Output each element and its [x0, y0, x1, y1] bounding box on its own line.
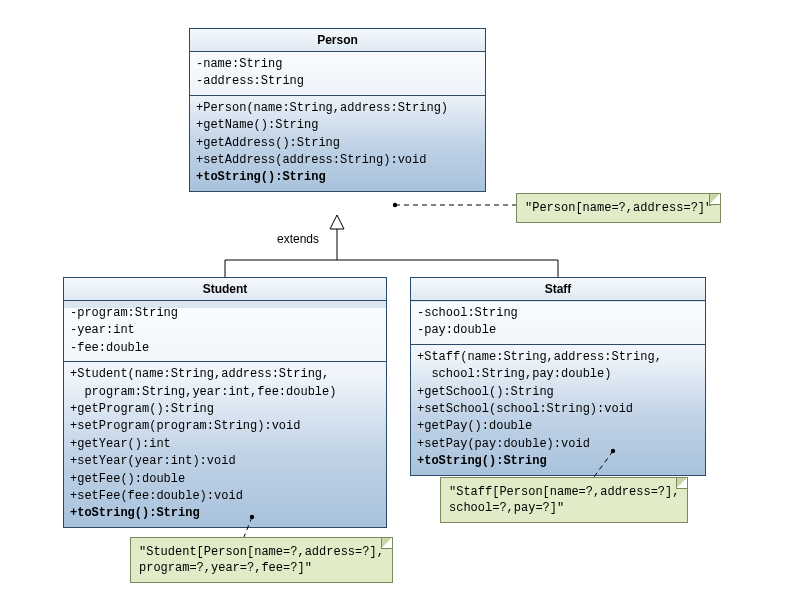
- attr-address: -address:String: [196, 73, 479, 90]
- op-setpay: +setPay(pay:double):void: [417, 436, 699, 453]
- note-person-tostring: "Person[name=?,address=?]": [516, 193, 721, 223]
- op-setyear: +setYear(year:int):void: [70, 453, 380, 470]
- op-constructor-l2: school:String,pay:double): [417, 366, 699, 383]
- op-tostring: +toString():String: [417, 453, 699, 470]
- attr-fee: -fee:double: [70, 340, 380, 357]
- op-getyear: +getYear():int: [70, 436, 380, 453]
- class-staff: Staff -school:String -pay:double +Staff(…: [410, 277, 706, 476]
- class-person: Person -name:String -address:String +Per…: [189, 28, 486, 192]
- attr-school: -school:String: [417, 305, 699, 322]
- attributes-staff: -school:String -pay:double: [411, 301, 705, 345]
- op-getname: +getName():String: [196, 117, 479, 134]
- anchor-dot-icon: [393, 203, 397, 207]
- extends-label: extends: [277, 232, 319, 246]
- op-constructor-l1: +Student(name:String,address:String,: [70, 366, 380, 383]
- operations-staff: +Staff(name:String,address:String, schoo…: [411, 345, 705, 475]
- attributes-student: -program:String -year:int -fee:double: [64, 301, 386, 362]
- note-student-tostring: "Student[Person[name=?,address=?], progr…: [130, 537, 393, 583]
- op-getpay: +getPay():double: [417, 418, 699, 435]
- note-staff-tostring: "Staff[Person[name=?,address=?], school=…: [440, 477, 688, 523]
- op-setaddress: +setAddress(address:String):void: [196, 152, 479, 169]
- op-tostring: +toString():String: [196, 169, 479, 186]
- class-title-person: Person: [190, 29, 485, 52]
- note-text-l2: program=?,year=?,fee=?]": [139, 560, 384, 576]
- op-getfee: +getFee():double: [70, 471, 380, 488]
- op-getprogram: +getProgram():String: [70, 401, 380, 418]
- note-text: "Person[name=?,address=?]": [525, 201, 712, 215]
- attr-year: -year:int: [70, 322, 380, 339]
- inheritance-arrowhead-icon: [330, 215, 344, 229]
- note-text-l1: "Student[Person[name=?,address=?],: [139, 544, 384, 560]
- class-student: Student -program:String -year:int -fee:d…: [63, 277, 387, 528]
- op-constructor: +Person(name:String,address:String): [196, 100, 479, 117]
- op-getaddress: +getAddress():String: [196, 135, 479, 152]
- op-constructor-l2: program:String,year:int,fee:double): [70, 384, 380, 401]
- op-getschool: +getSchool():String: [417, 384, 699, 401]
- attr-program: -program:String: [70, 305, 380, 322]
- op-constructor-l1: +Staff(name:String,address:String,: [417, 349, 699, 366]
- op-setschool: +setSchool(school:String):void: [417, 401, 699, 418]
- operations-student: +Student(name:String,address:String, pro…: [64, 362, 386, 527]
- attr-name: -name:String: [196, 56, 479, 73]
- note-text-l2: school=?,pay=?]": [449, 500, 679, 516]
- note-text-l1: "Staff[Person[name=?,address=?],: [449, 484, 679, 500]
- class-title-student: Student: [64, 278, 386, 301]
- op-tostring: +toString():String: [70, 505, 380, 522]
- operations-person: +Person(name:String,address:String) +get…: [190, 96, 485, 191]
- attributes-person: -name:String -address:String: [190, 52, 485, 96]
- class-title-staff: Staff: [411, 278, 705, 301]
- op-setprogram: +setProgram(program:String):void: [70, 418, 380, 435]
- attr-pay: -pay:double: [417, 322, 699, 339]
- op-setfee: +setFee(fee:double):void: [70, 488, 380, 505]
